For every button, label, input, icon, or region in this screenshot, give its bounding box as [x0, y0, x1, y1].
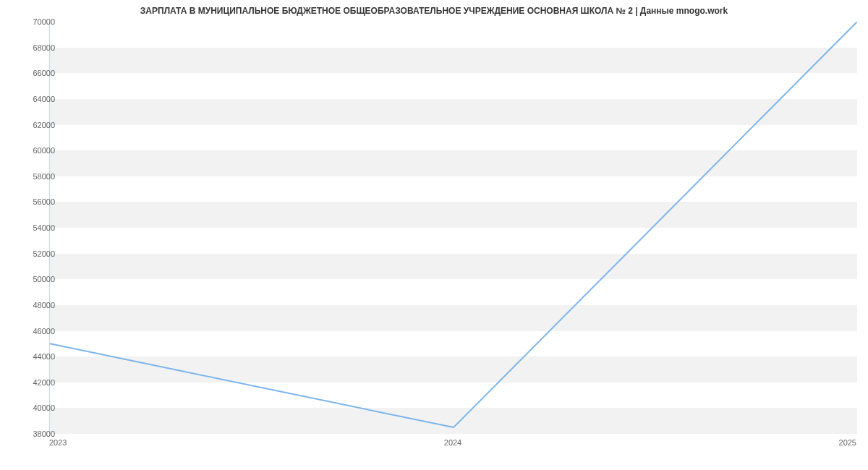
y-tick-label: 66000 — [12, 69, 55, 77]
y-tick-label: 44000 — [12, 352, 55, 361]
y-tick-label: 38000 — [12, 430, 55, 438]
y-tick-label: 56000 — [12, 197, 55, 206]
plot-area — [49, 22, 856, 434]
chart-title: ЗАРПЛАТА В МУНИЦИПАЛЬНОЕ БЮДЖЕТНОЕ ОБЩЕО… — [0, 0, 868, 22]
y-tick-label: 46000 — [12, 327, 55, 336]
y-tick-label: 54000 — [12, 223, 55, 232]
x-tick-label: 2023 — [49, 438, 67, 447]
y-tick-label: 68000 — [12, 43, 55, 52]
y-tick-label: 42000 — [12, 378, 55, 387]
y-tick-label: 62000 — [12, 121, 55, 129]
y-tick-label: 64000 — [12, 95, 55, 103]
y-tick-label: 60000 — [12, 146, 55, 155]
x-tick-label: 2025 — [839, 438, 856, 447]
y-tick-label: 70000 — [12, 17, 55, 26]
y-tick-label: 52000 — [12, 249, 55, 258]
y-tick-label: 58000 — [12, 172, 55, 181]
y-tick-label: 48000 — [12, 301, 55, 309]
line-series — [50, 22, 857, 434]
x-tick-label: 2024 — [444, 438, 461, 447]
y-tick-label: 50000 — [12, 275, 55, 283]
y-tick-label: 40000 — [12, 403, 55, 412]
chart-container — [49, 22, 856, 434]
